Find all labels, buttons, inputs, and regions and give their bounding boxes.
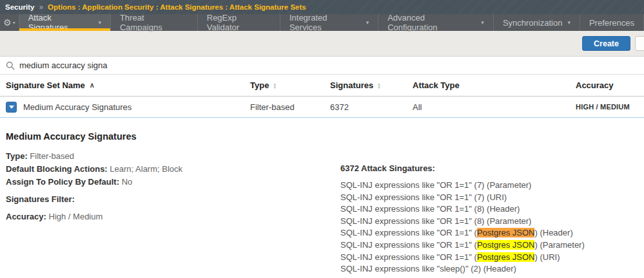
cell-accuracy: HIGH / MEDIUM bbox=[576, 103, 644, 111]
breadcrumb-module: Security bbox=[5, 3, 34, 11]
tab-label: Integrated Services bbox=[289, 13, 361, 32]
signature-list: SQL-INJ expressions like "OR 1=1" (7) (P… bbox=[340, 180, 585, 278]
column-header-signatures[interactable]: Signatures▴▾ bbox=[330, 80, 413, 90]
tab-regexp-validator[interactable]: RegExp Validator bbox=[198, 14, 280, 31]
search-highlight-orange: Postgres JSON bbox=[477, 228, 535, 237]
cell-attack-type: All bbox=[413, 102, 576, 112]
search-input[interactable] bbox=[19, 60, 638, 70]
tab-label: Synchronization bbox=[503, 18, 563, 28]
chevron-down-icon: ▾ bbox=[98, 19, 101, 26]
column-accuracy: Accuracy bbox=[576, 80, 644, 90]
column-label: Signatures bbox=[330, 80, 373, 90]
detail-field-label: Signatures Filter: bbox=[6, 194, 75, 204]
column-attack-type: Attack Type bbox=[413, 80, 576, 90]
chevron-down-icon: ▾ bbox=[13, 20, 15, 26]
toolbar: Create bbox=[0, 31, 644, 57]
partial-button[interactable] bbox=[635, 36, 644, 51]
tab-advanced-configuration[interactable]: Advanced Configuration▾ bbox=[378, 14, 494, 31]
tab-label: Advanced Configuration bbox=[387, 13, 476, 32]
settings-menu-button[interactable]: ⚙ ▾ bbox=[0, 14, 19, 31]
signature-line: SQL-INJ expressions like "sleep()" (2) (… bbox=[340, 275, 585, 278]
collapse-row-button[interactable] bbox=[6, 102, 17, 113]
tab-preferences[interactable]: Preferences bbox=[580, 14, 644, 31]
signature-line: SQL-INJ expressions like "OR 1=1" (8) (P… bbox=[340, 216, 585, 228]
column-label: Attack Type bbox=[413, 80, 460, 90]
details-title: Medium Accuracy Signatures bbox=[6, 131, 644, 142]
signature-text: ) (Parameter) bbox=[534, 240, 584, 250]
create-button[interactable]: Create bbox=[582, 36, 630, 51]
signature-text: SQL-INJ expressions like "OR 1=1" (7) (P… bbox=[340, 180, 531, 190]
tab-bar: ⚙ ▾ Attack Signatures▾Threat CampaignsRe… bbox=[0, 14, 644, 31]
signature-line: SQL-INJ expressions like "OR 1=1" (8) (H… bbox=[340, 203, 585, 216]
table-row[interactable]: Medium Accuracy Signatures Filter-based … bbox=[0, 97, 644, 118]
detail-field-type: Type: Filter-based bbox=[6, 150, 644, 163]
detail-field-value: Learn; Alarm; Block bbox=[110, 164, 182, 174]
detail-field-value: High / Medium bbox=[49, 212, 103, 221]
signature-set-name[interactable]: Medium Accuracy Signatures bbox=[23, 102, 132, 112]
signature-text: SQL-INJ expressions like "OR 1=1" (8) (P… bbox=[340, 216, 531, 226]
search-highlight-yellow: Postgres JSON bbox=[477, 252, 535, 262]
tab-label: Threat Campaigns bbox=[120, 13, 188, 32]
column-label: Accuracy bbox=[576, 80, 614, 90]
signature-text: SQL-INJ expressions like "sleep()" (2) (… bbox=[340, 264, 516, 273]
signature-text: SQL-INJ expressions like "OR 1=1" ( bbox=[340, 240, 477, 250]
tab-label: Attack Signatures bbox=[28, 13, 93, 32]
table-header: Signature Set Name∧Type▴▾Signatures▴▾Att… bbox=[0, 75, 644, 97]
signature-text: ) (Header) bbox=[534, 228, 572, 237]
sort-icon: ▴▾ bbox=[378, 82, 380, 89]
signature-line: SQL-INJ expressions like "OR 1=1" (7) (U… bbox=[340, 192, 585, 204]
sort-icon: ▴▾ bbox=[273, 82, 276, 89]
column-signatures: Signatures▴▾ bbox=[330, 80, 413, 90]
chevron-down-icon: ▾ bbox=[567, 19, 571, 26]
column-label: Signature Set Name bbox=[6, 80, 85, 90]
signature-line: SQL-INJ expressions like "sleep()" (2) (… bbox=[340, 263, 585, 275]
signature-line: SQL-INJ expressions like "OR 1=1" (7) (P… bbox=[340, 180, 585, 192]
signature-text: ) (URI) bbox=[534, 252, 560, 262]
column-label: Type bbox=[250, 80, 269, 90]
detail-field-label: Default Blocking Actions: bbox=[6, 164, 108, 174]
tab-label: Preferences bbox=[589, 18, 634, 28]
signature-line: SQL-INJ expressions like "OR 1=1" (Postg… bbox=[340, 227, 585, 239]
signature-text: SQL-INJ expressions like "OR 1=1" ( bbox=[340, 252, 477, 262]
column-header-signature-set-name[interactable]: Signature Set Name∧ bbox=[6, 80, 95, 90]
detail-field-label: Type: bbox=[6, 151, 28, 161]
detail-field-value: Filter-based bbox=[30, 151, 74, 161]
column-header-attack-type[interactable]: Attack Type bbox=[413, 80, 576, 90]
tab-strip: ⚙ ▾ Attack Signatures▾Threat CampaignsRe… bbox=[0, 14, 644, 31]
details-panel: Medium Accuracy Signatures Type: Filter-… bbox=[0, 131, 644, 278]
breadcrumb-separator-icon: » bbox=[39, 3, 43, 12]
column-header-accuracy[interactable]: Accuracy bbox=[576, 80, 644, 90]
signatures-column: 6372 Attack Singatures: SQL-INJ expressi… bbox=[340, 163, 585, 278]
chevron-down-icon: ▾ bbox=[366, 19, 369, 26]
search-bar bbox=[0, 57, 644, 75]
breadcrumb: Options : Application Security : Attack … bbox=[48, 3, 306, 11]
sort-ascending-icon: ∧ bbox=[90, 81, 95, 89]
gear-icon: ⚙ bbox=[3, 18, 12, 27]
tab-synchronization[interactable]: Synchronization▾ bbox=[494, 14, 580, 31]
column-type: Type▴▾ bbox=[250, 80, 330, 90]
signatures-heading: 6372 Attack Singatures: bbox=[340, 163, 585, 174]
tab-label: RegExp Validator bbox=[207, 13, 271, 32]
cell-type: Filter-based bbox=[250, 102, 330, 112]
detail-field-value: No bbox=[122, 177, 133, 187]
signature-text: SQL-INJ expressions like "OR 1=1" (8) (H… bbox=[340, 204, 520, 214]
chevron-down-icon bbox=[9, 106, 14, 109]
signature-line: SQL-INJ expressions like "OR 1=1" (Postg… bbox=[340, 252, 585, 264]
chevron-down-icon: ▾ bbox=[481, 19, 484, 26]
breadcrumb-bar: Security » Options : Application Securit… bbox=[0, 0, 644, 14]
column-signature-set-name: Signature Set Name∧ bbox=[0, 80, 250, 90]
signature-text: SQL-INJ expressions like "OR 1=1" (7) (U… bbox=[340, 192, 507, 202]
signatures-count: 6372 bbox=[340, 163, 359, 173]
cell-signatures: 6372 bbox=[330, 102, 413, 112]
signature-text: SQL-INJ expressions like "OR 1=1" ( bbox=[340, 228, 477, 237]
signatures-heading-label: Attack Singatures: bbox=[361, 163, 435, 173]
search-highlight-yellow: Postgres JSON bbox=[477, 240, 535, 250]
detail-field-label: Accuracy: bbox=[6, 212, 46, 221]
tab-threat-campaigns[interactable]: Threat Campaigns bbox=[111, 14, 198, 31]
tab-attack-signatures[interactable]: Attack Signatures▾ bbox=[19, 14, 111, 31]
signature-line: SQL-INJ expressions like "OR 1=1" (Postg… bbox=[340, 239, 585, 252]
tab-integrated-services[interactable]: Integrated Services▾ bbox=[280, 14, 378, 31]
search-icon bbox=[6, 61, 15, 70]
detail-field-label: Assign To Policy By Default: bbox=[6, 177, 119, 187]
column-header-type[interactable]: Type▴▾ bbox=[250, 80, 330, 90]
